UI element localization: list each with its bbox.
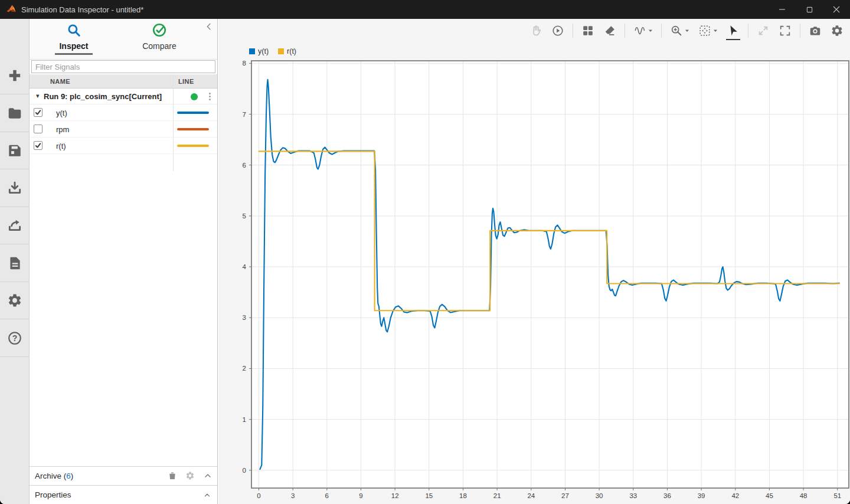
x-tick-label: 36 <box>663 492 671 499</box>
cursor-arrow-button[interactable] <box>726 21 740 40</box>
cursor-arrow-icon <box>727 24 740 37</box>
check-circle-icon <box>152 22 167 38</box>
replay-icon <box>551 24 564 37</box>
run-menu-dots-icon[interactable] <box>205 91 214 102</box>
signal-checkbox[interactable] <box>34 108 42 117</box>
signal-checkbox[interactable] <box>34 125 42 133</box>
signal-row-yt[interactable]: y(t) <box>30 104 217 121</box>
archive-collapse-chevron-icon[interactable] <box>203 471 212 480</box>
legend-item-yt: y(t) <box>249 47 269 55</box>
window-title: Simulation Data Inspector - untitled* <box>21 5 143 14</box>
x-tick-label: 27 <box>561 492 569 499</box>
collapse-panel-chevron-icon[interactable] <box>204 22 214 31</box>
run-row[interactable]: ▾ Run 9: plc_cosim_sync[Current] <box>30 89 217 104</box>
toolbar-separator <box>748 24 748 38</box>
caret-down-icon <box>648 28 653 33</box>
settings-gear-button[interactable] <box>830 21 844 40</box>
y-tick-label: 4 <box>243 263 247 270</box>
fullscreen-button[interactable] <box>778 21 792 40</box>
signal-row-rpm[interactable]: rpm <box>30 121 217 138</box>
pan-hand-button <box>529 21 543 40</box>
preferences-button[interactable] <box>0 282 29 319</box>
document-icon <box>7 256 22 271</box>
signal-line-swatch[interactable] <box>177 128 209 130</box>
properties-label: Properties <box>35 490 71 499</box>
caret-down-icon <box>713 28 718 33</box>
trash-icon[interactable] <box>168 471 177 480</box>
help-icon: ? <box>7 330 22 346</box>
plot-canvas[interactable]: 0369121518212427303336394245485101234567… <box>231 56 850 504</box>
run-status-dot <box>191 93 198 100</box>
x-tick-label: 48 <box>800 492 808 499</box>
archive-count: 6 <box>66 472 71 480</box>
svg-text:?: ? <box>12 333 17 342</box>
folder-icon <box>7 106 22 121</box>
tab-compare-label: Compare <box>124 41 195 51</box>
x-tick-label: 30 <box>596 492 603 499</box>
signal-row-rt[interactable]: r(t) <box>30 138 217 154</box>
y-tick-label: 0 <box>243 467 246 474</box>
x-tick-label: 33 <box>629 492 637 499</box>
maximize-icon <box>806 6 813 13</box>
column-line-label: LINE <box>178 78 194 85</box>
window-controls <box>769 0 850 19</box>
tab-compare[interactable]: Compare <box>124 22 195 51</box>
save-button[interactable] <box>0 132 29 169</box>
signal-name: y(t) <box>56 109 67 117</box>
tab-inspect[interactable]: Inspect <box>38 22 109 55</box>
y-tick-label: 8 <box>243 60 246 67</box>
new-button[interactable] <box>0 57 29 94</box>
sidebar: ? <box>0 19 30 504</box>
legend-label: r(t) <box>287 47 296 55</box>
open-button[interactable] <box>0 95 29 132</box>
archive-bar[interactable]: Archive (6) <box>30 466 217 485</box>
properties-bar[interactable]: Properties <box>30 485 217 504</box>
minimize-button[interactable] <box>769 0 796 19</box>
signal-wave-button[interactable] <box>633 21 653 40</box>
toolbar-separator <box>661 24 662 38</box>
eraser-icon <box>603 24 616 37</box>
eraser-button[interactable] <box>603 21 617 40</box>
layout-grid-button[interactable] <box>581 21 595 40</box>
camera-button[interactable] <box>808 21 822 40</box>
run-expander-icon[interactable]: ▾ <box>36 92 40 100</box>
close-button[interactable] <box>823 0 850 19</box>
archive-gear-icon[interactable] <box>185 471 195 480</box>
tab-inspect-label: Inspect <box>38 41 109 51</box>
app-window: Simulation Data Inspector - untitled* ? … <box>0 0 850 504</box>
layout-grid-icon <box>581 24 594 37</box>
archive-label: Archive (6) <box>35 472 73 480</box>
active-tab-underline <box>55 53 93 55</box>
import-button[interactable] <box>0 170 29 207</box>
export-icon <box>7 218 22 233</box>
fit-view-button[interactable] <box>698 21 718 40</box>
export-button[interactable] <box>0 207 29 244</box>
plot-background <box>251 61 849 488</box>
check-icon <box>35 109 41 116</box>
properties-collapse-chevron-icon[interactable] <box>203 491 211 499</box>
y-tick-label: 6 <box>243 162 246 169</box>
report-button[interactable] <box>0 245 29 282</box>
signal-checkbox[interactable] <box>34 141 42 150</box>
y-tick-label: 3 <box>243 314 246 321</box>
replay-button[interactable] <box>551 21 565 40</box>
help-button[interactable]: ? <box>0 320 29 357</box>
fit-view-icon <box>698 24 711 37</box>
signal-line-swatch[interactable] <box>177 145 209 147</box>
toolbar-separator <box>625 24 625 38</box>
legend-label: y(t) <box>258 47 269 55</box>
titlebar: Simulation Data Inspector - untitled* <box>0 0 850 19</box>
filter-signals-input[interactable] <box>31 60 215 73</box>
legend-swatch <box>249 48 255 54</box>
zoom-in-button[interactable] <box>669 21 690 40</box>
expand-diagonal-icon <box>757 24 770 37</box>
signal-name: r(t) <box>56 142 66 150</box>
matlab-logo-icon <box>6 4 17 15</box>
maximize-button[interactable] <box>796 0 823 19</box>
x-tick-label: 9 <box>359 492 362 499</box>
pan-hand-icon <box>529 24 542 37</box>
signal-line-swatch[interactable] <box>177 112 209 114</box>
x-tick-label: 18 <box>459 492 467 499</box>
y-tick-label: 7 <box>243 111 246 118</box>
camera-icon <box>809 24 822 37</box>
